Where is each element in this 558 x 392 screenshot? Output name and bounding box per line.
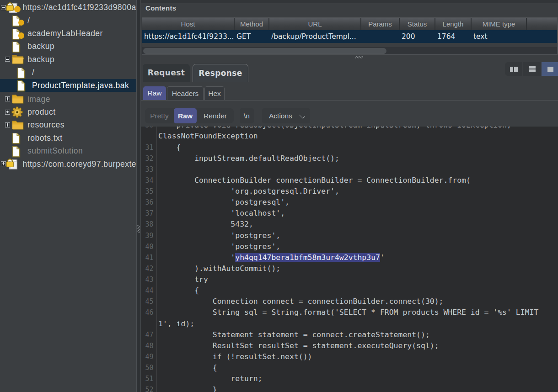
line-text: 'org.postgresql.Driver', xyxy=(158,186,339,197)
code-line: 32 inputStream.defaultReadObject(); xyxy=(141,153,558,164)
code-line: 1', id); xyxy=(141,318,558,329)
code-line: 44 { xyxy=(141,285,558,296)
code-line: ClassNotFoundException xyxy=(141,131,558,142)
actions-button[interactable]: Actions xyxy=(262,108,310,123)
line-text: Statement statement = connect.createStat… xyxy=(158,329,430,340)
table-row[interactable]: https://ac1d1fc41f9233... GET /backup/Pr… xyxy=(142,30,557,43)
tree-item-backup-folder[interactable]: backup xyxy=(0,53,136,66)
line-number: 50 xyxy=(141,362,154,373)
vertical-splitter[interactable] xyxy=(136,0,140,392)
tab-request[interactable]: Request xyxy=(143,64,190,82)
burp-suite-target-sitemap-window: https://ac1d1fc41f9233d9800a53 / academy… xyxy=(0,0,558,392)
line-number: 37 xyxy=(141,208,154,219)
tree-item-backup-slash[interactable]: / xyxy=(0,66,136,79)
tab-hex[interactable]: Hex xyxy=(204,86,225,100)
collapse-toggle-icon[interactable] xyxy=(5,57,10,62)
scrollbar-thumb[interactable] xyxy=(143,48,386,54)
tree-item-host-1[interactable]: https://ac1d1fc41f9233d9800a53 xyxy=(0,1,136,14)
line-text: ).withAutoCommit(); xyxy=(158,263,280,274)
cell-method: GET xyxy=(235,30,269,43)
code-line: 38 5432, xyxy=(141,219,558,230)
columns-layout-button[interactable] xyxy=(505,62,522,76)
column-header-method[interactable]: Method xyxy=(235,18,269,30)
site-map-tree: https://ac1d1fc41f9233d9800a53 / academy… xyxy=(0,0,136,392)
code-line: 39 'postgres', xyxy=(141,230,558,241)
tree-item-backup-file[interactable]: backup xyxy=(0,40,136,53)
tree-item-label: ProductTemplate.java.bak xyxy=(32,79,129,92)
change-dot-icon xyxy=(18,20,25,26)
cell-params xyxy=(361,30,400,43)
expand-toggle-icon[interactable] xyxy=(5,122,10,127)
line-number: 31 xyxy=(141,142,154,153)
column-header-extension[interactable] xyxy=(527,18,557,30)
file-icon xyxy=(11,15,21,27)
line-number: 48 xyxy=(141,340,154,351)
line-text: 'localhost', xyxy=(158,208,285,219)
change-dot-icon xyxy=(14,6,21,12)
code-line: 35 'org.postgresql.Driver', xyxy=(141,186,558,197)
tree-item-robots-txt[interactable]: robots.txt xyxy=(0,132,136,144)
column-header-params[interactable]: Params xyxy=(361,18,400,30)
code-line: 43 try xyxy=(141,274,558,285)
line-text: String sql = String.format('SELECT * FRO… xyxy=(158,307,538,318)
line-number: 41 xyxy=(141,252,154,263)
tree-item-label: product xyxy=(27,106,56,118)
tree-item-label: robots.txt xyxy=(27,132,62,144)
column-header-url[interactable]: URL xyxy=(269,18,361,30)
top-shade xyxy=(141,0,558,3)
expand-toggle-icon[interactable] xyxy=(5,96,10,101)
tree-item-producttemplate-java-bak[interactable]: ProductTemplate.java.bak xyxy=(0,79,136,92)
cell-url: /backup/ProductTempl... xyxy=(269,30,361,43)
line-text: 'postgres', xyxy=(158,241,280,252)
line-number: 42 xyxy=(141,263,154,274)
horizontal-scrollbar[interactable] xyxy=(142,47,557,54)
line-number: 44 xyxy=(141,285,154,296)
columns-layout-icon xyxy=(510,67,518,72)
https-site-icon xyxy=(6,2,21,14)
folder-icon xyxy=(11,93,24,104)
line-text: return; xyxy=(158,373,263,384)
line-number: 38 xyxy=(141,219,154,230)
code-line: 34 ConnectionBuilder connectionBuilder =… xyxy=(141,175,558,186)
column-header-host[interactable]: Host xyxy=(142,18,235,30)
tree-item-resources[interactable]: resources xyxy=(0,118,136,131)
tab-headers[interactable]: Headers xyxy=(167,86,204,100)
file-icon xyxy=(16,80,26,92)
line-text: ResultSet resultSet = statement.executeQ… xyxy=(158,340,439,351)
tree-item-root-slash[interactable]: / xyxy=(0,14,136,27)
line-number: 43 xyxy=(141,274,154,285)
column-header-status[interactable]: Status xyxy=(400,18,435,30)
column-header-mime-type[interactable]: MIME type xyxy=(472,18,527,30)
single-pane-layout-button[interactable] xyxy=(542,62,558,76)
tree-item-submitsolution[interactable]: submitSolution xyxy=(0,144,136,157)
tree-item-academylabheader[interactable]: academyLabHeader xyxy=(0,27,136,40)
tree-item-product[interactable]: product xyxy=(0,106,136,118)
render-button[interactable]: Render xyxy=(197,108,234,123)
show-newlines-button[interactable]: \n xyxy=(240,108,254,123)
collapse-toggle-icon[interactable] xyxy=(1,5,6,10)
pretty-button[interactable]: Pretty xyxy=(145,108,174,123)
raw-button[interactable]: Raw xyxy=(174,108,197,123)
response-code-viewer[interactable]: 30 private void readObject(ObjectInputSt… xyxy=(141,127,558,392)
code-line: 41 'yh4qq147bera1bfm58m3ur4w2vthp3u7' xyxy=(141,252,558,263)
horizontal-splitter-grip-icon[interactable] xyxy=(355,56,363,58)
line-text: { xyxy=(158,362,217,373)
expand-toggle-icon[interactable] xyxy=(1,161,6,166)
line-number: 46 xyxy=(141,307,154,318)
subtab-underline xyxy=(141,100,558,101)
column-header-length[interactable]: Length xyxy=(435,18,472,30)
tab-response[interactable]: Response xyxy=(193,64,248,82)
tab-raw[interactable]: Raw xyxy=(143,86,166,100)
tree-item-image[interactable]: image xyxy=(0,93,136,106)
rows-layout-button[interactable] xyxy=(523,62,541,76)
cell-extension xyxy=(527,30,557,43)
tree-item-host-2[interactable]: https://com.coreyd97.burpextender xyxy=(0,158,136,170)
expand-toggle-icon[interactable] xyxy=(5,110,10,115)
line-number: 45 xyxy=(141,296,154,307)
cell-status: 200 xyxy=(400,30,435,43)
cell-length: 1764 xyxy=(435,30,472,43)
cell-mime-type: text xyxy=(472,30,527,43)
line-number: 49 xyxy=(141,351,154,362)
line-text: private void readObject(ObjectInputStrea… xyxy=(158,127,511,131)
line-text: { xyxy=(158,142,181,153)
